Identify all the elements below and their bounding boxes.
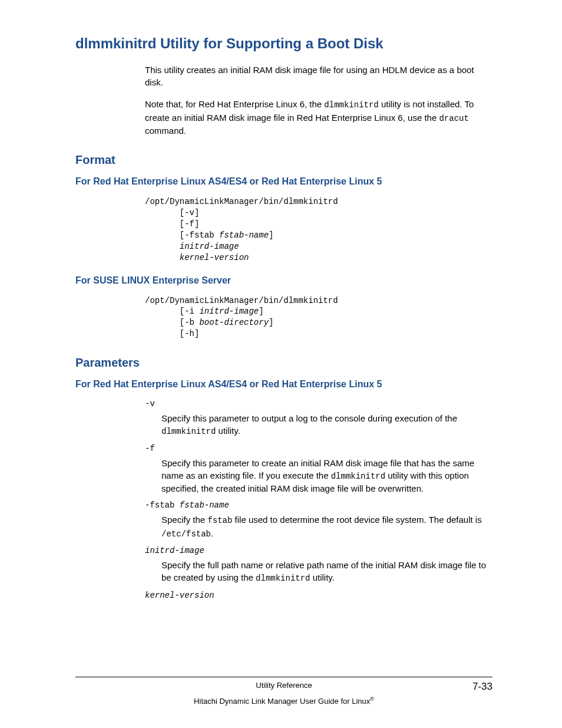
code-inline: dlmmkinitrd (331, 472, 385, 481)
parameter-list: -v Specify this parameter to output a lo… (145, 399, 492, 600)
code-fragment: -fstab (145, 500, 180, 510)
footer-section-title: Utility Reference (75, 681, 492, 690)
code-inline: dlmmkinitrd (324, 100, 378, 110)
param-v-desc: Specify this parameter to output a log t… (161, 412, 492, 438)
page-footer: Utility Reference 7-33 Hitachi Dynamic L… (75, 677, 492, 706)
page-number: 7-33 (472, 681, 492, 693)
code-italic: initrd-image (199, 307, 259, 316)
code-italic: boot-directory (199, 318, 269, 327)
code-inline: fstab (207, 516, 232, 525)
text-fragment: utility. (310, 572, 335, 582)
text-fragment: Specify this parameter to output a log t… (161, 413, 457, 423)
code-line: [-b (145, 318, 199, 327)
code-line: ] (259, 307, 263, 316)
text-fragment: Specify the (161, 515, 207, 525)
code-line: [-f] (145, 219, 199, 229)
text-fragment: command. (145, 126, 186, 136)
param-fstab-term: -fstab fstab-name (145, 500, 492, 510)
param-f-term: -f (145, 444, 492, 453)
code-inline: dracut (439, 114, 468, 123)
code-italic: kernel-version (145, 253, 249, 262)
code-line: ] (269, 230, 273, 240)
code-line: ] (269, 318, 273, 327)
text-fragment: Note that, for Red Hat Enterprise Linux … (145, 99, 324, 109)
footer-line-1: Utility Reference 7-33 (75, 677, 492, 693)
code-line: [-fstab (145, 230, 219, 240)
code-italic: initrd-image (145, 242, 239, 251)
format-heading: Format (75, 153, 492, 167)
footer-doc-title: Hitachi Dynamic Link Manager User Guide … (75, 696, 492, 706)
text-fragment: Hitachi Dynamic Link Manager User Guide … (194, 697, 370, 706)
code-italic: fstab-name (180, 500, 229, 510)
code-inline: dlmmkinitrd (161, 427, 216, 436)
format-rhel-heading: For Red Hat Enterprise Linux AS4/ES4 or … (75, 176, 492, 187)
code-line: /opt/DynamicLinkManager/bin/dlmmkinitrd (145, 296, 338, 305)
code-italic: fstab-name (219, 230, 269, 240)
intro-paragraph-2: Note that, for Red Hat Enterprise Linux … (145, 98, 492, 137)
text-fragment: . (211, 528, 213, 538)
param-initrd-term: initrd-image (145, 546, 492, 555)
format-suse-heading: For SUSE LINUX Enterprise Server (75, 275, 492, 286)
page-title: dlmmkinitrd Utility for Supporting a Boo… (75, 35, 492, 52)
parameters-rhel-heading: For Red Hat Enterprise Linux AS4/ES4 or … (75, 379, 492, 390)
parameters-heading: Parameters (75, 356, 492, 370)
param-kernel-term: kernel-version (145, 591, 492, 600)
code-inline: /etc/fstab (161, 529, 211, 539)
registered-symbol: ® (370, 696, 374, 702)
param-f-desc: Specify this parameter to create an init… (161, 457, 492, 495)
format-suse-code: /opt/DynamicLinkManager/bin/dlmmkinitrd … (145, 295, 492, 340)
param-v-term: -v (145, 399, 492, 409)
format-rhel-code: /opt/DynamicLinkManager/bin/dlmmkinitrd … (145, 196, 492, 263)
code-line: /opt/DynamicLinkManager/bin/dlmmkinitrd (145, 197, 338, 206)
code-line: [-h] (145, 329, 199, 338)
code-line: [-v] (145, 208, 199, 218)
text-fragment: utility. (216, 426, 240, 436)
code-inline: dlmmkinitrd (256, 574, 310, 583)
code-line: [-i (145, 307, 199, 316)
text-fragment: file used to determine the root device f… (232, 515, 481, 525)
intro-paragraph-1: This utility creates an initial RAM disk… (145, 64, 492, 88)
param-fstab-desc: Specify the fstab file used to determine… (161, 513, 492, 540)
param-initrd-desc: Specify the full path name or relative p… (161, 559, 492, 585)
